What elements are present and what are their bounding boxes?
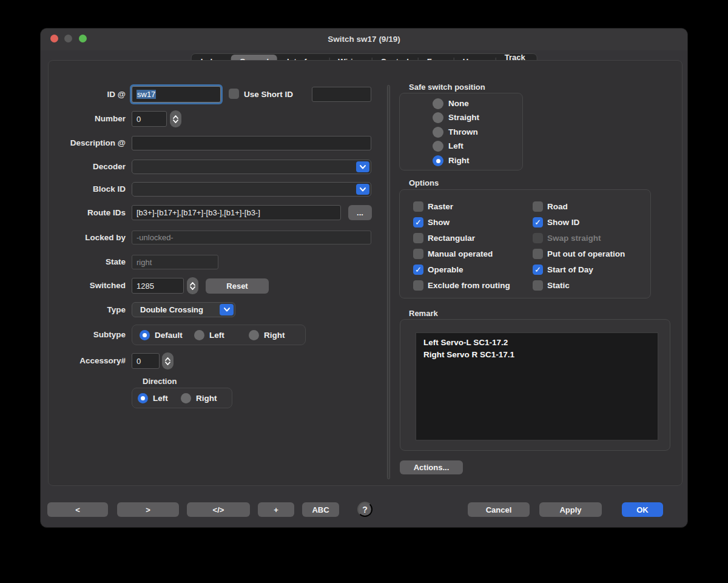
chevron-down-icon — [173, 120, 178, 123]
put-out-of-operation-checkbox[interactable] — [533, 249, 543, 259]
number-label: Number — [49, 111, 126, 127]
subtype-group: Default Left Right — [132, 325, 306, 345]
operable-checkbox[interactable]: ✓ — [413, 265, 423, 275]
help-button[interactable]: ? — [357, 502, 372, 517]
previous-item-button[interactable]: < — [47, 502, 108, 517]
raster-label: Raster — [428, 201, 453, 212]
safe-switch-position-label: Safe switch position — [409, 83, 485, 92]
short-id-input[interactable] — [312, 87, 371, 102]
safe-switch-position-group: None Straight Thrown Left Right — [399, 93, 523, 170]
block-id-select[interactable] — [132, 182, 371, 197]
operable-label: Operable — [428, 265, 463, 275]
subtype-left-radio[interactable] — [194, 330, 204, 340]
show-id-checkbox[interactable]: ✓ — [533, 217, 543, 227]
switched-label: Switched — [49, 278, 126, 294]
put-out-of-operation-label: Put out of operation — [547, 249, 625, 259]
exclude-from-routing-checkbox[interactable] — [413, 280, 423, 291]
start-of-day-checkbox[interactable]: ✓ — [533, 265, 543, 275]
safe-right-radio[interactable] — [433, 155, 443, 166]
show-checkbox[interactable]: ✓ — [413, 217, 423, 227]
direction-right-label: Right — [196, 393, 217, 404]
decoder-label: Decoder — [49, 160, 126, 174]
static-checkbox[interactable] — [533, 280, 543, 291]
description-input[interactable] — [132, 136, 371, 150]
raster-checkbox[interactable] — [413, 201, 423, 212]
id-input[interactable]: sw17 — [132, 86, 221, 103]
safe-straight-label: Straight — [448, 112, 479, 123]
number-stepper[interactable] — [170, 110, 181, 127]
switched-input[interactable]: 1285 — [132, 278, 184, 294]
route-ids-input[interactable]: [b3+]-[b17+],[b17+]-[b3-],[b1+]-[b3-] — [132, 205, 341, 220]
safe-none-radio[interactable] — [433, 98, 443, 109]
dialog-window: Switch sw17 (9/19) Index General Interfa… — [40, 28, 688, 528]
state-field: right — [132, 255, 218, 269]
chevron-down-icon — [360, 187, 366, 192]
subtype-default-radio[interactable] — [140, 330, 150, 340]
type-select[interactable]: Double Crossing — [132, 302, 235, 317]
rectangular-checkbox[interactable] — [413, 233, 423, 243]
type-dropdown-button[interactable] — [220, 304, 234, 315]
switched-stepper[interactable] — [187, 277, 198, 294]
options-label: Options — [409, 178, 439, 187]
general-tab-page: ID @ sw17 Use Short ID Number 0 Descript… — [48, 60, 682, 486]
options-group: Raster ✓ Show Rectangular Manual operate… — [399, 189, 651, 298]
id-value: sw17 — [136, 90, 156, 99]
direction-left-radio[interactable] — [138, 393, 148, 403]
id-label: ID @ — [49, 86, 126, 103]
chevron-down-icon — [360, 165, 366, 169]
window-title: Switch sw17 (9/19) — [41, 29, 687, 50]
check-icon: ✓ — [534, 218, 541, 227]
abc-button[interactable]: ABC — [302, 502, 339, 517]
pane-splitter[interactable] — [387, 85, 390, 479]
safe-none-label: None — [448, 98, 469, 109]
block-id-dropdown-button[interactable] — [356, 184, 369, 195]
subtype-default-label: Default — [155, 330, 183, 341]
next-item-button[interactable]: > — [117, 502, 179, 517]
remark-textarea[interactable]: Left Servo-L SC1-17.2 Right Servo R SC1-… — [416, 332, 658, 440]
add-button[interactable]: + — [258, 502, 294, 517]
route-ids-browse-button[interactable]: ... — [348, 205, 372, 220]
apply-button[interactable]: Apply — [539, 502, 602, 517]
subtype-right-label: Right — [264, 330, 285, 341]
subtype-right-radio[interactable] — [249, 330, 259, 340]
title-bar[interactable]: Switch sw17 (9/19) — [41, 29, 687, 50]
show-id-label: Show ID — [547, 217, 579, 227]
direction-right-radio[interactable] — [181, 393, 191, 403]
safe-left-label: Left — [448, 141, 463, 152]
chevron-down-icon — [224, 308, 230, 312]
direction-left-label: Left — [153, 393, 168, 404]
static-label: Static — [547, 280, 570, 291]
decoder-select[interactable] — [132, 160, 371, 174]
safe-thrown-label: Thrown — [448, 127, 478, 138]
road-label: Road — [547, 201, 568, 212]
subtype-label: Subtype — [49, 325, 126, 345]
locked-by-label: Locked by — [49, 231, 126, 244]
accessory-input[interactable]: 0 — [132, 353, 160, 369]
number-input[interactable]: 0 — [132, 111, 167, 127]
chevron-down-icon — [165, 362, 170, 365]
swap-straight-label: Swap straight — [547, 233, 601, 243]
safe-thrown-radio[interactable] — [433, 127, 443, 138]
remark-label: Remark — [409, 309, 438, 318]
reset-button[interactable]: Reset — [206, 278, 269, 294]
type-value: Double Crossing — [140, 305, 203, 314]
accessory-stepper[interactable] — [162, 352, 174, 369]
swap-straight-checkbox — [533, 233, 543, 243]
subtype-left-label: Left — [209, 330, 224, 341]
safe-left-radio[interactable] — [433, 141, 443, 152]
check-icon: ✓ — [415, 218, 422, 227]
decoder-dropdown-button[interactable] — [356, 161, 369, 172]
xml-button[interactable]: </> — [187, 502, 250, 517]
ok-button[interactable]: OK — [622, 502, 663, 517]
road-checkbox[interactable] — [533, 201, 543, 212]
state-label: State — [49, 255, 126, 269]
cancel-button[interactable]: Cancel — [468, 502, 530, 517]
remark-group: Left Servo-L SC1-17.2 Right Servo R SC1-… — [400, 319, 670, 451]
chevron-up-icon — [190, 282, 195, 286]
safe-straight-radio[interactable] — [433, 112, 443, 123]
manual-operated-label: Manual operated — [428, 249, 493, 259]
locked-by-field: -unlocked- — [132, 231, 371, 244]
use-short-id-checkbox[interactable] — [229, 89, 239, 99]
manual-operated-checkbox[interactable] — [413, 249, 423, 259]
actions-button[interactable]: Actions... — [400, 460, 463, 474]
